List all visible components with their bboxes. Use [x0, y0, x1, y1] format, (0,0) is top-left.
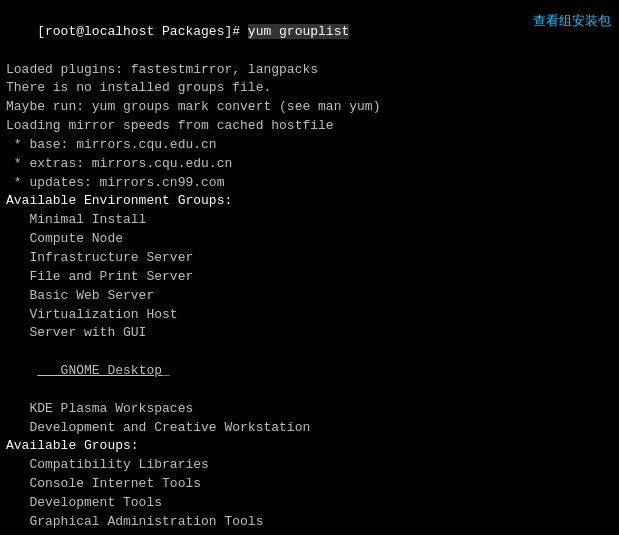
env-devworkstation: Development and Creative Workstation: [6, 419, 613, 438]
line-1: [root@localhost Packages]# yum grouplist: [6, 4, 613, 61]
env-fileprint: File and Print Server: [6, 268, 613, 287]
gnome-cursor: _: [162, 363, 170, 378]
line-4: Maybe run: yum groups mark convert (see …: [6, 98, 613, 117]
grp-graphical: Graphical Administration Tools: [6, 513, 613, 532]
available-env-groups-header: Available Environment Groups:: [6, 192, 613, 211]
env-gnome: GNOME Desktop_: [6, 343, 613, 400]
line-8: * updates: mirrors.cn99.com: [6, 174, 613, 193]
gnome-desktop-text: GNOME Desktop: [37, 363, 162, 378]
env-virt: Virtualization Host: [6, 306, 613, 325]
env-infra: Infrastructure Server: [6, 249, 613, 268]
available-groups-header: Available Groups:: [6, 437, 613, 456]
cmd-grouplist: yum grouplist: [248, 24, 349, 39]
env-compute: Compute Node: [6, 230, 613, 249]
env-minimal: Minimal Install: [6, 211, 613, 230]
grp-console: Console Internet Tools: [6, 475, 613, 494]
env-kde: KDE Plasma Workspaces: [6, 400, 613, 419]
grp-legacy: Legacy UNIX Compatibility: [6, 532, 613, 535]
line-6: * base: mirrors.cqu.edu.cn: [6, 136, 613, 155]
grp-devtools: Development Tools: [6, 494, 613, 513]
annotation-view-label: 查看组安装包: [533, 12, 611, 30]
prompt-1: [root@localhost Packages]#: [37, 24, 248, 39]
line-7: * extras: mirrors.cqu.edu.cn: [6, 155, 613, 174]
env-server-gui: Server with GUI: [6, 324, 613, 343]
line-5: Loading mirror speeds from cached hostfi…: [6, 117, 613, 136]
grp-compat: Compatibility Libraries: [6, 456, 613, 475]
line-3: There is no installed groups file.: [6, 79, 613, 98]
env-web: Basic Web Server: [6, 287, 613, 306]
line-2: Loaded plugins: fastestmirror, langpacks: [6, 61, 613, 80]
terminal-window[interactable]: [root@localhost Packages]# yum grouplist…: [0, 0, 619, 535]
